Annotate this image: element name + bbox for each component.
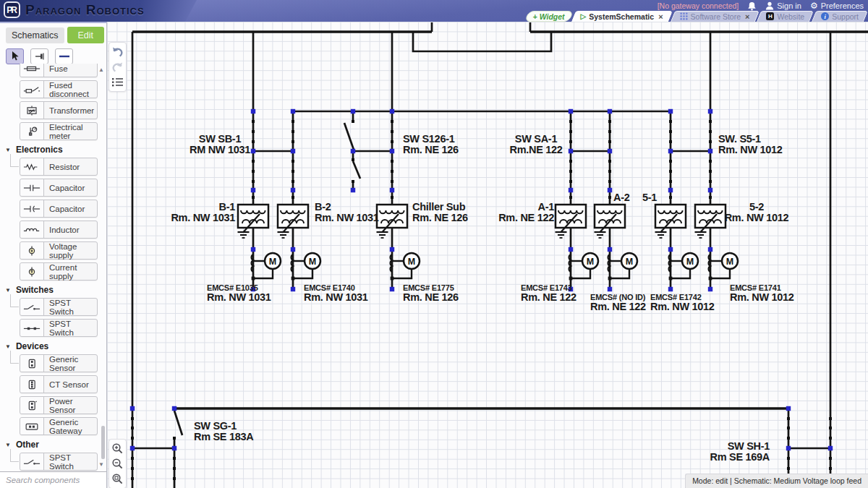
- motor-symbol[interactable]: M: [252, 253, 281, 280]
- tab-system-schematic[interactable]: ▷SystemSchematic×: [574, 11, 671, 22]
- svg-text:Rm. NE 122: Rm. NE 122: [521, 291, 576, 303]
- label-xfmr-5-1[interactable]: 5-1: [642, 192, 657, 203]
- label-sw-sb-1[interactable]: SW SB-1RM NW 1031: [190, 133, 250, 155]
- component-item-generic-sensor[interactable]: Generic Sensor: [20, 354, 98, 372]
- schematic-labels[interactable]: SW SB-1RM NW 1031SW S126-1Rm. NE 126SW S…: [171, 133, 793, 463]
- label-xfmr-chiller[interactable]: Chiller SubRm. NE 126: [412, 201, 468, 223]
- label-emcs-e1775[interactable]: EMCS# E1775Rm. NE 126: [403, 283, 459, 303]
- component-item-transformer[interactable]: Transformer: [20, 101, 98, 119]
- svg-text:Rm. NW 1012: Rm. NW 1012: [718, 144, 783, 155]
- svg-text:5-2: 5-2: [749, 201, 764, 213]
- component-item-ct-sensor[interactable]: CT Sensor: [20, 375, 98, 393]
- component-item-voltage-supply[interactable]: Voltage supply: [20, 241, 98, 260]
- svg-text:Rm.NE 122: Rm.NE 122: [509, 144, 562, 155]
- component-item-capacitor-polarized[interactable]: Capacitor: [20, 200, 98, 218]
- component-item-spst-closed[interactable]: SPST Switch: [20, 319, 98, 337]
- app-logo: PR Paragon Robotics: [4, 1, 145, 18]
- motor-symbol[interactable]: M: [608, 253, 637, 280]
- edit-mode-button[interactable]: Edit: [67, 27, 104, 43]
- label-xfmr-b-2[interactable]: B-2Rm. NW 1031: [315, 201, 379, 223]
- undo-button[interactable]: [110, 44, 125, 59]
- label-emcs-e1035[interactable]: EMCS# E1035Rm. NW 1031: [207, 283, 271, 303]
- component-item-current-supply[interactable]: Current supply: [20, 262, 98, 281]
- h-box-icon: H: [766, 12, 774, 20]
- svg-text:Rm. NE 126: Rm. NE 126: [403, 144, 459, 155]
- component-item-capacitor[interactable]: Capacitor: [20, 179, 98, 197]
- component-label: Fuse: [44, 64, 97, 77]
- tab-close-icon[interactable]: ×: [658, 12, 663, 21]
- motor-symbol[interactable]: M: [569, 253, 598, 280]
- wire-probe-tool-button[interactable]: [30, 48, 48, 64]
- label-sw-sa-1[interactable]: SW SA-1Rm.NE 122: [509, 133, 562, 155]
- component-item-spst-open[interactable]: SPST Switch: [20, 298, 98, 316]
- label-sw-sh-1[interactable]: SW SH-1Rm SE 169A: [710, 440, 770, 463]
- motor-symbol[interactable]: M: [669, 253, 698, 280]
- label-sw-sg-1[interactable]: SW SG-1Rm SE 183A: [194, 420, 254, 442]
- top-bar: PR Paragon Robotics [No gateway connecte…: [0, 0, 868, 22]
- motor-symbol[interactable]: M: [709, 253, 738, 280]
- svg-text:M: M: [269, 257, 276, 267]
- zoom-fit-button[interactable]: [110, 471, 125, 487]
- scroll-down-arrow[interactable]: ▼: [98, 461, 104, 468]
- scrollbar-thumb[interactable]: [101, 426, 105, 459]
- component-item-resistor[interactable]: Resistor: [20, 158, 98, 176]
- component-item-generic-gateway[interactable]: Generic Gateway: [20, 417, 98, 435]
- label-xfmr-a-2[interactable]: A-2: [613, 192, 630, 203]
- category-header-electronics[interactable]: ▼Electronics: [5, 145, 106, 155]
- label-emcs-e1741[interactable]: EMCS# E1741Rm. NW 1012: [730, 283, 794, 303]
- tab-close-icon[interactable]: ×: [745, 12, 749, 21]
- spst-open-icon: [20, 453, 44, 470]
- component-item-spst-open[interactable]: SPST Switch: [20, 453, 98, 471]
- svg-text:M: M: [726, 257, 733, 267]
- zoom-out-button[interactable]: [110, 456, 125, 471]
- collapse-caret-icon: ▼: [5, 287, 11, 294]
- label-emcs-e1740[interactable]: EMCS# E1740Rm. NW 1031: [304, 283, 368, 303]
- redo-button[interactable]: [110, 59, 125, 74]
- category-header-devices[interactable]: ▼Devices: [5, 341, 106, 351]
- tab-widget[interactable]: + Widget: [527, 11, 571, 22]
- motor-symbol[interactable]: M: [391, 253, 420, 280]
- label-emcs-no-id[interactable]: EMCS# (NO ID)Rm. NE 122: [590, 293, 646, 312]
- schematic-canvas[interactable]: MMMMMMMSW SB-1RM NW 1031SW S126-1Rm. NE …: [107, 22, 868, 488]
- notifications-bell-icon[interactable]: [747, 1, 757, 11]
- tab-support[interactable]: iSupport: [814, 11, 866, 22]
- panel-title: Schematics: [6, 27, 64, 43]
- svg-text:SW. S5-1: SW. S5-1: [718, 133, 761, 145]
- spst-closed-icon: [20, 320, 44, 336]
- label-emcs-e1742[interactable]: EMCS# E1742Rm. NW 1012: [650, 293, 715, 312]
- tab-software-store[interactable]: Software Store×: [673, 11, 757, 22]
- category-header-other[interactable]: ▼Other: [5, 440, 106, 450]
- component-item-fused-disconnect[interactable]: Fused disconnect: [20, 80, 98, 98]
- label-xfmr-a-1[interactable]: A-1Rm. NE 122: [498, 201, 554, 223]
- label-xfmr-b-1[interactable]: B-1Rm. NW 1031: [171, 201, 235, 223]
- category-header-switches[interactable]: ▼Switches: [5, 285, 106, 295]
- motor-symbol[interactable]: M: [292, 253, 320, 280]
- pointer-tool-button[interactable]: [6, 48, 24, 64]
- label-sw-s126-1[interactable]: SW S126-1Rm. NE 126: [403, 133, 459, 155]
- tab-website[interactable]: HWebsite: [759, 11, 812, 22]
- label-xfmr-5-2[interactable]: 5-2Rm. NW 1012: [725, 201, 789, 223]
- preferences-button[interactable]: ⚙ Preferences: [810, 1, 864, 10]
- layers-list-button[interactable]: [110, 74, 125, 90]
- sign-in-button[interactable]: Sign in: [765, 1, 801, 10]
- tab-label: Website: [777, 12, 804, 21]
- svg-text:M: M: [309, 257, 316, 267]
- category-label: Switches: [16, 285, 54, 295]
- component-item-fuse[interactable]: Fuse: [20, 64, 98, 77]
- svg-text:Rm. NW 1012: Rm. NW 1012: [725, 212, 789, 223]
- label-emcs-e1743[interactable]: EMCS# E1743Rm. NE 122: [521, 283, 576, 303]
- scroll-up-arrow[interactable]: ▲: [98, 67, 104, 73]
- component-item-power-sensor[interactable]: Power Sensor: [20, 396, 98, 414]
- wire-line-tool-button[interactable]: [55, 48, 73, 64]
- info-icon: i: [821, 12, 829, 20]
- component-item-electrical-meter[interactable]: Electrical meter: [20, 122, 98, 140]
- component-item-inductor[interactable]: Inductor: [20, 221, 98, 239]
- svg-text:Rm. NW 1031: Rm. NW 1031: [315, 212, 379, 223]
- search-components-input[interactable]: [0, 471, 106, 488]
- tab-bar: + Widget▷SystemSchematic×Software Store×…: [527, 11, 868, 22]
- zoom-in-button[interactable]: [110, 441, 125, 456]
- schematic-drawing[interactable]: MMMMMMMSW SB-1RM NW 1031SW S126-1Rm. NE …: [107, 22, 868, 488]
- label-sw-s5-1[interactable]: SW. S5-1Rm. NW 1012: [718, 133, 783, 155]
- component-label: Current supply: [44, 263, 97, 280]
- wires[interactable]: [132, 22, 868, 488]
